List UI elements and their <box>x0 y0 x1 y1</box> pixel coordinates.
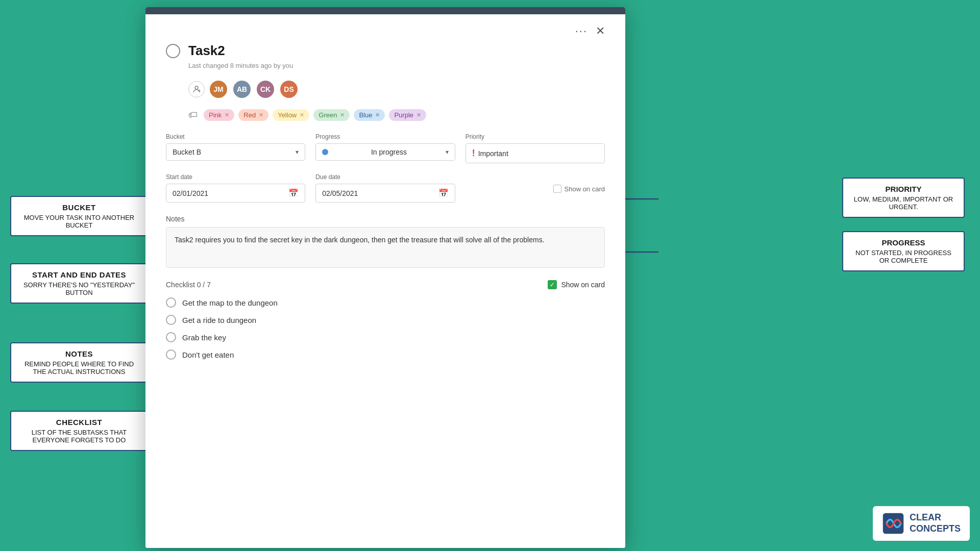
due-date-value: 02/05/2021 <box>322 189 358 197</box>
checklist-title: Checklist 0 / 7 <box>166 281 211 289</box>
avatar-4[interactable]: DS <box>279 80 299 99</box>
checklist-item-3-text: Grab the key <box>182 333 226 342</box>
label-blue-remove[interactable]: ✕ <box>375 112 380 118</box>
checklist-section: Checklist 0 / 7 ✓ Show on card Get the m… <box>166 280 605 360</box>
dates-row: Start date 02/01/2021 📅 Due date 02/05/2… <box>166 173 605 203</box>
label-yellow[interactable]: Yellow ✕ <box>273 109 309 121</box>
annotation-bucket-desc: MOVE YOUR TASK INTO ANOTHER BUCKET <box>19 214 139 229</box>
label-yellow-text: Yellow <box>278 111 297 119</box>
annotation-checklist-desc: LIST OF THE SUBTASKS THAT EVERYONE FORGE… <box>19 429 139 444</box>
notes-show-on-card-label: Show on card <box>565 185 605 193</box>
notes-textarea[interactable]: Task2 requires you to find the secret ke… <box>166 227 605 268</box>
annotation-notes-title: NOTES <box>19 349 139 358</box>
checklist-item-1-text: Get the map to the dungeon <box>182 298 278 307</box>
checklist-show-on-card-label: Show on card <box>561 281 605 289</box>
annotation-notes-desc: REMIND PEOPLE WHERE TO FIND THE ACTUAL I… <box>19 360 139 375</box>
checklist-show-on-card-row: ✓ Show on card <box>548 280 605 289</box>
notes-section: Notes Task2 requires you to find the sec… <box>166 215 605 268</box>
annotation-dates-desc: SORRY THERE'S NO "YESTERDAY" BUTTON <box>19 281 139 296</box>
start-date-field-group: Start date 02/01/2021 📅 <box>166 173 305 203</box>
add-assignee-button[interactable] <box>188 81 205 97</box>
progress-chevron-icon: ▾ <box>446 148 449 156</box>
fields-row: Bucket Bucket B ▾ Progress In progress ▾… <box>166 133 605 163</box>
close-button[interactable]: ✕ <box>596 26 605 37</box>
annotation-bucket-title: BUCKET <box>19 203 139 212</box>
checklist-show-on-card-checkbox[interactable]: ✓ <box>548 280 557 289</box>
checklist-item-2: Get a ride to dungeon <box>166 315 605 325</box>
svg-point-15 <box>195 86 198 89</box>
labels-row: 🏷 Pink ✕ Red ✕ Yellow ✕ Green ✕ Blue ✕ <box>188 109 605 121</box>
annotation-bucket: BUCKET MOVE YOUR TASK INTO ANOTHER BUCKE… <box>10 196 148 236</box>
task-subtitle: Last changed 8 minutes ago by you <box>188 62 605 69</box>
modal-content[interactable]: ··· ✕ Task2 Last changed 8 minutes ago b… <box>145 14 625 548</box>
notes-show-on-card-checkbox[interactable] <box>553 185 561 193</box>
more-options-button[interactable]: ··· <box>575 24 587 38</box>
bucket-label: Bucket <box>166 133 305 140</box>
assignees-row: JM AB CK DS <box>188 80 605 99</box>
task-complete-toggle[interactable] <box>166 44 180 58</box>
label-purple-remove[interactable]: ✕ <box>416 112 421 118</box>
progress-select[interactable]: In progress ▾ <box>315 143 455 161</box>
annotation-checklist: CHECKLIST LIST OF THE SUBTASKS THAT EVER… <box>10 411 148 451</box>
progress-label: Progress <box>315 133 455 140</box>
label-icon: 🏷 <box>188 110 198 120</box>
due-date-label: Due date <box>315 173 455 181</box>
due-date-field-group: Due date 02/05/2021 📅 <box>315 173 455 203</box>
start-date-label: Start date <box>166 173 305 181</box>
start-date-input[interactable]: 02/01/2021 📅 <box>166 184 305 203</box>
bucket-value: Bucket B <box>173 148 201 156</box>
checklist-item-3: Grab the key <box>166 332 605 342</box>
task-modal: ··· ✕ Task2 Last changed 8 minutes ago b… <box>145 7 625 548</box>
annotation-priority-title: PRIORITY <box>851 185 955 193</box>
due-date-calendar-icon: 📅 <box>438 188 449 198</box>
checklist-circle-3[interactable] <box>166 332 176 342</box>
checklist-item-4-text: Don't get eaten <box>182 350 234 359</box>
priority-label: Priority <box>465 133 605 140</box>
cc-text: CLEAR CONCEPTS <box>910 512 961 534</box>
checklist-header: Checklist 0 / 7 ✓ Show on card <box>166 280 605 289</box>
clear-concepts-logo: CLEAR CONCEPTS <box>873 506 970 541</box>
label-blue[interactable]: Blue ✕ <box>354 109 385 121</box>
avatar-1[interactable]: JM <box>209 80 228 99</box>
checklist-item-1: Get the map to the dungeon <box>166 297 605 308</box>
checklist-circle-1[interactable] <box>166 297 176 308</box>
label-purple-text: Purple <box>394 111 413 119</box>
label-red-remove[interactable]: ✕ <box>259 112 263 118</box>
label-yellow-remove[interactable]: ✕ <box>300 112 304 118</box>
annotation-dates-title: START AND END DATES <box>19 270 139 279</box>
label-red[interactable]: Red ✕ <box>238 109 268 121</box>
checklist-item-4: Don't get eaten <box>166 349 605 360</box>
progress-field-group: Progress In progress ▾ <box>315 133 455 163</box>
annotation-checklist-title: CHECKLIST <box>19 418 139 427</box>
due-date-input[interactable]: 02/05/2021 📅 <box>315 184 455 203</box>
cc-concepts: CONCEPTS <box>910 523 961 535</box>
label-red-text: Red <box>243 111 256 119</box>
priority-exclamation-icon: ! <box>472 148 475 159</box>
label-pink[interactable]: Pink ✕ <box>204 109 234 121</box>
label-purple[interactable]: Purple ✕ <box>389 109 426 121</box>
progress-dot-icon <box>322 149 328 155</box>
checklist-circle-2[interactable] <box>166 315 176 325</box>
checklist-item-2-text: Get a ride to dungeon <box>182 316 256 324</box>
label-green[interactable]: Green ✕ <box>313 109 350 121</box>
bucket-select[interactable]: Bucket B ▾ <box>166 143 305 161</box>
priority-select[interactable]: ! Important <box>465 143 605 163</box>
annotation-priority: PRIORITY LOW, MEDIUM, IMPORTANT OR URGEN… <box>842 178 965 218</box>
progress-value: In progress <box>371 148 407 156</box>
notes-label: Notes <box>166 215 605 223</box>
modal-top-actions: ··· ✕ <box>166 24 605 38</box>
avatar-3[interactable]: CK <box>256 80 275 99</box>
label-green-text: Green <box>318 111 337 119</box>
bucket-chevron-icon: ▾ <box>296 148 299 156</box>
annotation-dates: START AND END DATES SORRY THERE'S NO "YE… <box>10 263 148 304</box>
label-green-remove[interactable]: ✕ <box>340 112 345 118</box>
avatar-2[interactable]: AB <box>232 80 252 99</box>
annotation-progress: PROGRESS NOT STARTED, IN PROGRESS OR COM… <box>842 231 965 271</box>
annotation-progress-title: PROGRESS <box>851 238 955 247</box>
checklist-circle-4[interactable] <box>166 349 176 360</box>
label-blue-text: Blue <box>359 111 372 119</box>
task-title: Task2 <box>188 43 225 59</box>
cc-clear: CLEAR <box>910 512 961 523</box>
label-pink-remove[interactable]: ✕ <box>225 112 229 118</box>
priority-field-group: Priority ! Important <box>465 133 605 163</box>
